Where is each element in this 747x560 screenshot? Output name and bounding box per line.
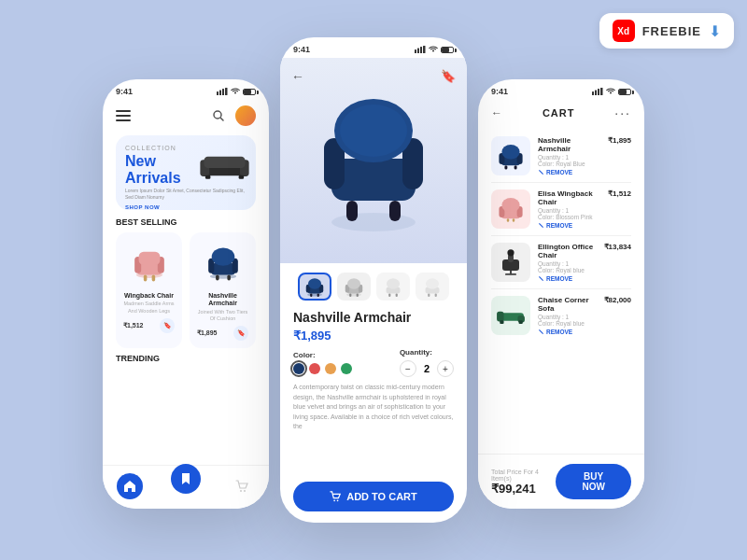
svg-point-47 — [346, 293, 361, 297]
nav-cart[interactable] — [229, 473, 255, 499]
thumb-3[interactable] — [376, 273, 410, 301]
svg-rect-61 — [435, 293, 437, 297]
color-dots — [293, 363, 352, 374]
scene: Xd FREEBIE ⬇ 9:41 — [0, 0, 747, 560]
thumb-4[interactable] — [416, 273, 449, 301]
cart-img-0 — [491, 136, 530, 175]
cart-item-color-2: Color: Royal blue — [538, 267, 597, 273]
nashville-chair-img-left — [203, 244, 244, 285]
product-name-wingback: Wingback Chair — [123, 292, 175, 300]
bookmark-nashville[interactable]: 🔖 — [233, 326, 248, 341]
qty-section: Quantity: − 2 + — [400, 348, 454, 377]
back-button-mid[interactable]: ← — [291, 69, 304, 84]
svg-point-26 — [240, 490, 242, 492]
product-desc-nashville: Joined With Two Tiers Of Cushion — [197, 309, 248, 322]
total-info: Total Price For 4 Item(s) ₹99,241 — [491, 469, 556, 496]
download-icon[interactable]: ⬇ — [709, 22, 721, 40]
svg-point-44 — [308, 278, 321, 288]
svg-rect-66 — [598, 89, 599, 95]
nav-home[interactable] — [117, 473, 143, 499]
cart-item-3: Chaise Corner Sofa Quantity : 1 Color: R… — [491, 289, 631, 342]
bookmark-wingback[interactable]: 🔖 — [160, 318, 175, 333]
product-card-wingback[interactable]: Wingback Chair Madmen Saddle Arms And Wo… — [116, 232, 182, 348]
cart-remove-0[interactable]: REMOVE — [538, 169, 600, 175]
svg-point-39 — [340, 105, 407, 157]
product-footer-nashville: ₹1,895 🔖 — [197, 326, 248, 341]
nav-bookmark[interactable] — [171, 464, 201, 494]
svg-rect-79 — [513, 218, 514, 222]
cart-title: CART — [543, 107, 575, 119]
svg-rect-56 — [388, 293, 390, 297]
thumb-1[interactable] — [298, 273, 331, 301]
cart-img-1 — [491, 189, 530, 229]
hero-subtitle: Lorem Ipsum Dolor Sit Amet, Consectetur … — [125, 188, 247, 201]
qty-control: − 2 + — [400, 360, 454, 377]
cart-item-name-2: Ellington Office Chair — [538, 243, 597, 259]
bookmark-button-mid[interactable]: 🔖 — [441, 69, 456, 83]
product-img-nashville — [197, 240, 248, 288]
add-to-cart-button[interactable]: ADD TO CART — [293, 482, 454, 511]
status-bar-mid: 9:41 — [280, 37, 467, 58]
cart-info-1: Elisa Wingback Chair Quantity : 1 Color:… — [538, 189, 600, 229]
freebie-text: FREEBIE — [642, 24, 701, 38]
cart-item-name-1: Elisa Wingback Chair — [538, 189, 600, 206]
color-orange[interactable] — [325, 363, 336, 374]
cart-img-3 — [491, 296, 530, 335]
cart-remove-1[interactable]: REMOVE — [538, 222, 600, 229]
svg-rect-11 — [239, 175, 245, 179]
qty-decrease[interactable]: − — [400, 360, 416, 377]
color-blue[interactable] — [293, 363, 304, 374]
svg-point-82 — [507, 249, 514, 256]
svg-rect-10 — [205, 175, 211, 179]
shop-now-button[interactable]: SHOP NOW — [125, 204, 247, 210]
svg-rect-53 — [357, 293, 359, 297]
search-button[interactable] — [209, 106, 228, 125]
svg-rect-67 — [600, 88, 603, 95]
trending-title: TRENDING — [116, 354, 256, 363]
svg-rect-30 — [420, 47, 422, 53]
svg-rect-78 — [507, 218, 509, 222]
cart-back-button[interactable]: ← — [491, 106, 502, 119]
svg-rect-89 — [519, 320, 523, 324]
product-description: A contemporary twist on classic mid-cent… — [293, 383, 454, 432]
avatar[interactable] — [235, 105, 256, 126]
cart-remove-3[interactable]: REMOVE — [538, 329, 597, 335]
cart-item-color-3: Color: Royal blue — [538, 320, 597, 327]
color-green[interactable] — [341, 363, 352, 374]
svg-rect-38 — [389, 201, 401, 221]
battery-mid — [441, 47, 454, 53]
hero-card: COLLECTION New Arrivals Lorem Ipsum Dolo… — [116, 135, 256, 210]
cart-img-2 — [491, 243, 530, 282]
svg-rect-0 — [217, 91, 218, 95]
svg-rect-88 — [500, 320, 503, 324]
cart-item-qty-1: Quantity : 1 — [538, 207, 600, 214]
thumb-2[interactable] — [337, 273, 371, 301]
color-red[interactable] — [309, 363, 320, 374]
cart-remove-2[interactable]: REMOVE — [538, 275, 597, 282]
product-detail-price: ₹1,895 — [293, 329, 454, 343]
product-price-nashville: ₹1,895 — [197, 329, 218, 337]
svg-rect-31 — [423, 46, 426, 53]
cart-item-color-0: Color: Royal Blue — [538, 161, 600, 167]
buy-now-button[interactable]: BUY NOW — [556, 464, 631, 499]
products-row: Wingback Chair Madmen Saddle Arms And Wo… — [103, 232, 269, 348]
cart-header: ← CART ··· — [478, 100, 644, 126]
product-desc-wingback: Madmen Saddle Arms And Wooden Legs — [123, 301, 175, 314]
svg-rect-25 — [227, 274, 231, 280]
product-main-image — [313, 84, 434, 238]
product-card-nashville[interactable]: Nashville Armchair Joined With Two Tiers… — [190, 232, 256, 348]
qty-increase[interactable]: + — [437, 360, 454, 377]
svg-point-77 — [501, 198, 519, 213]
total-amount: ₹99,241 — [491, 482, 556, 496]
freebie-badge[interactable]: Xd FREEBIE ⬇ — [599, 13, 734, 49]
product-detail-name: Nashville Armchair — [293, 310, 454, 325]
color-section: Color: — [293, 351, 352, 374]
svg-point-59 — [426, 278, 439, 288]
cart-menu[interactable]: ··· — [614, 105, 631, 120]
cart-item-price-1: ₹1,512 — [608, 189, 631, 198]
svg-point-40 — [307, 293, 322, 297]
svg-rect-45 — [310, 293, 312, 297]
svg-rect-18 — [151, 274, 155, 281]
hamburger-menu[interactable] — [116, 110, 131, 121]
product-detail: Nashville Armchair ₹1,895 Color: Quantit… — [280, 263, 467, 441]
